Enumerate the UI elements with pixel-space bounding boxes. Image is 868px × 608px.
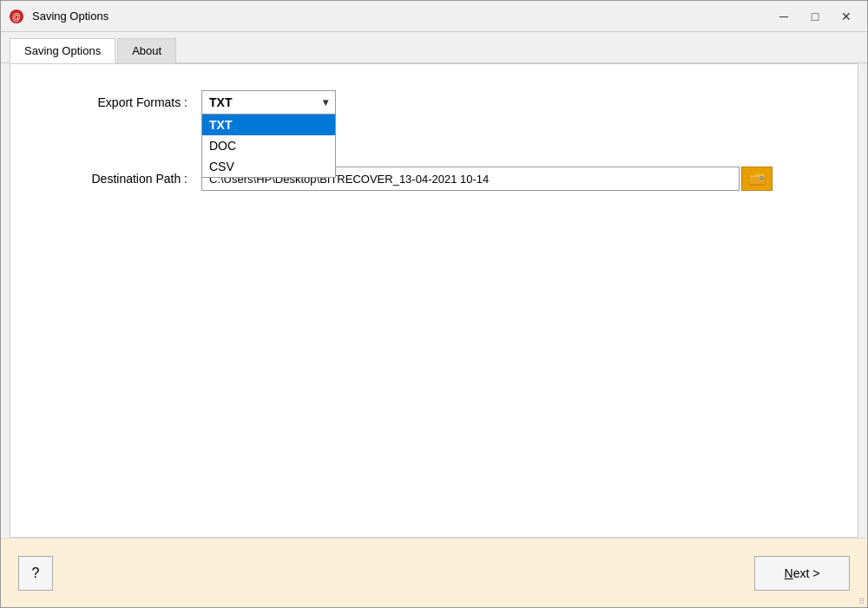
dropdown-option-doc[interactable]: DOC: [202, 135, 335, 156]
destination-path-label: Destination Path :: [45, 167, 201, 186]
export-format-dropdown[interactable]: TXT ▾ TXT DOC CSV: [201, 90, 336, 114]
content-area: Export Formats : TXT ▾ TXT DOC CSV: [10, 63, 858, 538]
tab-about[interactable]: About: [117, 38, 176, 63]
svg-point-7: [761, 178, 762, 179]
dropdown-trigger[interactable]: TXT ▾: [201, 90, 336, 114]
window-controls: ─ □ ✕: [770, 6, 860, 27]
destination-path-row: Destination Path :: [45, 167, 823, 191]
dropdown-option-csv[interactable]: CSV: [202, 156, 335, 177]
export-format-row: Export Formats : TXT ▾ TXT DOC CSV: [45, 90, 823, 114]
dropdown-option-txt[interactable]: TXT: [202, 114, 335, 135]
tab-bar: Saving Options About: [1, 32, 867, 63]
tab-saving-options[interactable]: Saving Options: [10, 38, 115, 63]
main-window: @ Saving Options ─ □ ✕ Saving Options Ab…: [0, 0, 868, 608]
app-icon: @: [8, 8, 25, 25]
footer: ? Next >: [1, 538, 867, 607]
next-button[interactable]: Next >: [754, 556, 850, 591]
chevron-down-icon: ▾: [323, 96, 328, 108]
next-button-label: Next >: [785, 566, 820, 580]
svg-text:@: @: [12, 12, 21, 22]
maximize-button[interactable]: □: [801, 6, 829, 27]
folder-icon: [748, 170, 766, 187]
resize-handle[interactable]: ⠿: [858, 597, 865, 606]
export-format-label: Export Formats :: [45, 90, 201, 109]
dropdown-selected-value: TXT: [209, 95, 232, 109]
minimize-button[interactable]: ─: [770, 6, 798, 27]
close-button[interactable]: ✕: [832, 6, 860, 27]
dropdown-list: TXT DOC CSV: [201, 114, 336, 178]
title-bar: @ Saving Options ─ □ ✕: [1, 1, 867, 32]
window-title: Saving Options: [32, 10, 770, 23]
browse-button[interactable]: [741, 167, 773, 191]
help-button[interactable]: ?: [18, 556, 53, 591]
